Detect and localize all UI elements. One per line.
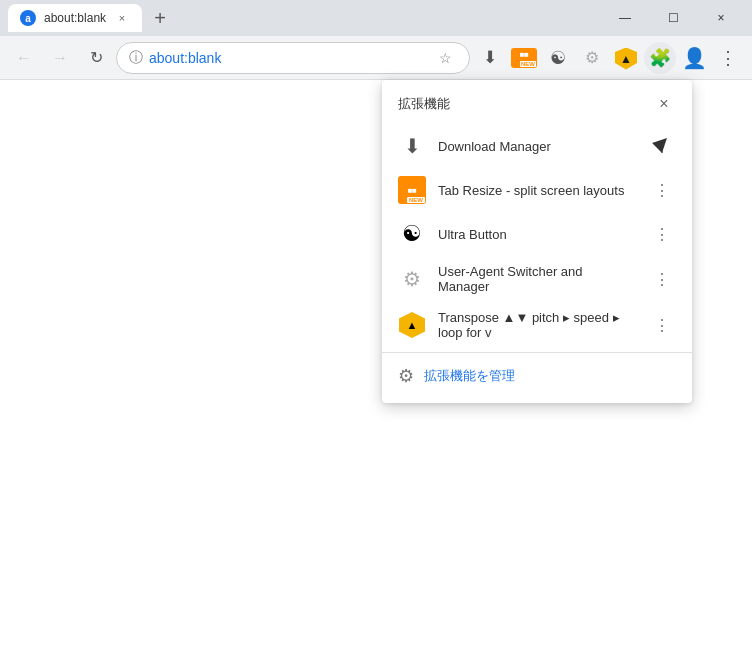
ext-item-ultra-button[interactable]: ☯ Ultra Button ⋮ [382, 212, 692, 256]
ultra-button-menu[interactable]: ⋮ [648, 220, 676, 248]
popup-divider [382, 352, 692, 353]
profile-button[interactable]: 👤 [678, 42, 710, 74]
menu-icon: ⋮ [719, 47, 737, 69]
manage-extensions-row[interactable]: ⚙ 拡張機能を管理 [382, 357, 692, 395]
download-manager-icon: ⬇ [398, 132, 426, 160]
transpose-icon: ▲ [398, 311, 426, 339]
active-tab[interactable]: a about:blank × [8, 4, 142, 32]
new-tab-button[interactable]: + [146, 4, 174, 32]
address-bar[interactable]: ⓘ about:blank ☆ [116, 42, 470, 74]
gear-icon: ⚙ [585, 48, 599, 67]
download-manager-name: Download Manager [438, 139, 636, 154]
user-agent-name: User-Agent Switcher and Manager [438, 264, 636, 294]
bookmark-icon[interactable]: ☆ [433, 46, 457, 70]
user-agent-ext-icon[interactable]: ⚙ [576, 42, 608, 74]
transpose-name: Transpose ▲▼ pitch ▸ speed ▸ loop for v [438, 310, 636, 340]
ext-item-tab-resize[interactable]: ■■ NEW Tab Resize - split screen layouts… [382, 168, 692, 212]
tab-favicon: a [20, 10, 36, 26]
new-badge-icon: ■■ NEW [511, 48, 537, 68]
tab-title: about:blank [44, 11, 106, 25]
maximize-button[interactable]: ☐ [650, 2, 696, 34]
ext-item-user-agent[interactable]: ⚙ User-Agent Switcher and Manager ⋮ [382, 256, 692, 302]
tab-strip: a about:blank × + [8, 4, 602, 32]
window-controls: — ☐ × [602, 2, 744, 34]
extensions-puzzle-button[interactable]: 🧩 [644, 42, 676, 74]
forward-button[interactable]: → [44, 42, 76, 74]
popup-title: 拡張機能 [398, 95, 450, 113]
ultra-button-name: Ultra Button [438, 227, 636, 242]
tab-resize-menu[interactable]: ⋮ [648, 176, 676, 204]
popup-close-button[interactable]: × [652, 92, 676, 116]
ext-item-transpose[interactable]: ▲ Transpose ▲▼ pitch ▸ speed ▸ loop for … [382, 302, 692, 348]
chrome-menu-button[interactable]: ⋮ [712, 42, 744, 74]
title-bar: a about:blank × + — ☐ × [0, 0, 752, 36]
info-icon: ⓘ [129, 49, 143, 67]
user-agent-icon: ⚙ [398, 265, 426, 293]
transpose-shield-popup-icon: ▲ [399, 312, 425, 338]
tab-resize-ext-icon[interactable]: ■■ NEW [508, 42, 540, 74]
download-ext-icon[interactable]: ⬇ [474, 42, 506, 74]
puzzle-icon: 🧩 [649, 47, 671, 69]
tab-resize-icon: ■■ NEW [398, 176, 426, 204]
back-button[interactable]: ← [8, 42, 40, 74]
download-manager-menu[interactable]: ⋮ [648, 132, 676, 160]
profile-icon: 👤 [682, 46, 707, 70]
address-text: about:blank [149, 50, 221, 66]
extension-icons: ⬇ ■■ NEW ☯ ⚙ ▲ 🧩 👤 [474, 42, 744, 74]
manage-extensions-text: 拡張機能を管理 [424, 367, 515, 385]
yin-yang-icon: ☯ [550, 47, 566, 69]
tab-resize-badge: ■■ NEW [398, 176, 426, 204]
popup-header: 拡張機能 × [382, 80, 692, 124]
reload-button[interactable]: ↻ [80, 42, 112, 74]
ext-item-download-manager[interactable]: ⬇ Download Manager ⋮ [382, 124, 692, 168]
minimize-button[interactable]: — [602, 2, 648, 34]
address-bar-actions: ☆ [433, 46, 457, 70]
navigation-bar: ← → ↻ ⓘ about:blank ☆ ⬇ ■■ NEW ☯ ⚙ [0, 36, 752, 80]
user-agent-gear-icon: ⚙ [403, 267, 421, 291]
close-button[interactable]: × [698, 2, 744, 34]
tab-resize-name: Tab Resize - split screen layouts [438, 183, 636, 198]
ultra-button-icon: ☯ [398, 220, 426, 248]
transpose-menu[interactable]: ⋮ [648, 311, 676, 339]
content-area: 拡張機能 × ⬇ Download Manager ⋮ ■■ NEW Tab R… [0, 80, 752, 650]
transpose-shield-icon: ▲ [615, 48, 637, 68]
ultra-button-ext-icon[interactable]: ☯ [542, 42, 574, 74]
extensions-popup: 拡張機能 × ⬇ Download Manager ⋮ ■■ NEW Tab R… [382, 80, 692, 403]
user-agent-menu[interactable]: ⋮ [648, 265, 676, 293]
transpose-ext-icon[interactable]: ▲ [610, 42, 642, 74]
tab-close-button[interactable]: × [114, 10, 130, 26]
manage-extensions-gear-icon: ⚙ [398, 365, 414, 387]
